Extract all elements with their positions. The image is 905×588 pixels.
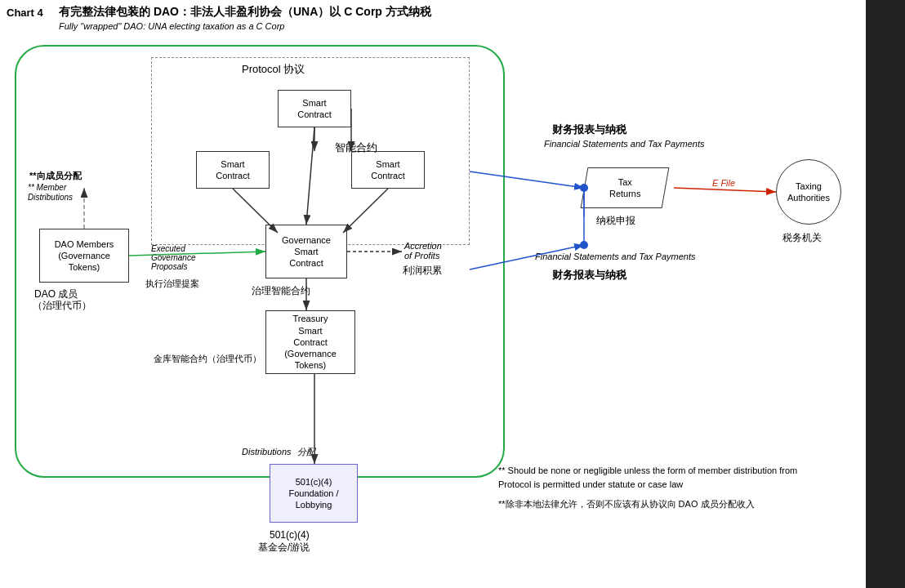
tax-returns-line1: Tax [609, 176, 641, 188]
fin-stmt-cn2: 财务报表与纳税 [552, 268, 626, 283]
sc-top-line2: Contract [297, 109, 332, 120]
gov-sc-line2: Smart [294, 246, 318, 257]
treasury-line3: Contract [293, 336, 328, 348]
exec-proposals-en1: Executed [151, 244, 185, 253]
foundation-cn1: 501(c)(4) [270, 529, 310, 541]
tax-returns-node: Tax Returns [581, 167, 670, 208]
note-en: ** Should be none or negligible unless t… [498, 464, 817, 491]
note-cn: **除非本地法律允许，否则不应该有从协议向 DAO 成员分配收入 [498, 497, 817, 511]
treasury-line5: Tokens) [295, 359, 327, 371]
sc-left-node: Smart Contract [196, 151, 270, 189]
exec-proposals-cn: 执行治理提案 [145, 278, 199, 290]
accretion-cn: 利润积累 [403, 264, 442, 278]
foundation-line3: Lobbying [296, 499, 332, 510]
sc-right-line1: Smart [376, 158, 399, 170]
sc-left-line1: Smart [221, 158, 244, 170]
svg-point-18 [580, 241, 588, 249]
foundation-cn2: 基金会/游说 [258, 541, 310, 555]
gov-sc-cn-label: 治理智能合约 [252, 284, 310, 298]
sc-right-line2: Contract [371, 170, 405, 181]
exec-proposals-en3: Proposals [151, 262, 187, 271]
tax-returns-cn: 纳税申报 [596, 214, 635, 228]
gov-sc-node: Governance Smart Contract [265, 225, 347, 278]
gov-sc-line3: Contract [289, 257, 323, 269]
fin-stmt-en2: Financial Statements and Tax Payments [535, 252, 695, 261]
protocol-label: Protocol 协议 [242, 62, 305, 77]
taxing-line2: Authorities [787, 192, 830, 203]
exec-proposals-en2: Governance [151, 253, 195, 262]
accretion-en2: of Profits [404, 251, 439, 261]
chart-label: Chart 4 [7, 7, 43, 19]
dao-line1: DAO Members [55, 238, 114, 250]
treasury-line4: (Governance [284, 348, 337, 359]
note-box: ** Should be none or negligible unless t… [498, 464, 817, 511]
foundation-line2: Foundation / [288, 488, 338, 499]
sc-top-line1: Smart [302, 97, 326, 109]
member-dist-en1: ** Member [28, 183, 66, 192]
fin-stmt-cn1: 财务报表与纳税 [552, 122, 626, 137]
treasury-line2: Smart [298, 325, 322, 336]
sc-left-line2: Contract [216, 170, 250, 181]
title-en: Fully "wrapped" DAO: UNA electing taxati… [59, 21, 284, 31]
sc-right-node: Smart Contract [351, 151, 425, 189]
member-dist-en2: Distributions [28, 193, 73, 202]
right-sidebar [866, 0, 905, 588]
fin-stmt-en1: Financial Statements and Tax Payments [544, 139, 704, 149]
e-file-label: E File [712, 178, 735, 188]
dao-line2: (Governance [58, 250, 110, 261]
svg-line-20 [674, 188, 776, 192]
accretion-en1: Accretion [404, 241, 442, 251]
sc-top-node: Smart Contract [278, 90, 351, 127]
gov-sc-line1: Governance [282, 234, 331, 246]
distributions-en: Distributions 分配 [242, 446, 315, 458]
foundation-node: 501(c)(4) Foundation / Lobbying [270, 464, 358, 523]
title-cn: 有完整法律包装的 DAO：非法人非盈利协会（UNA）以 C Corp 方式纳税 [59, 5, 431, 20]
taxing-line1: Taxing [796, 180, 822, 192]
treasury-line1: Treasury [293, 313, 328, 324]
dao-members-cn2: （治理代币） [33, 299, 91, 313]
dao-line3: Tokens) [69, 261, 100, 273]
smart-contract-cn-label: 智能合约 [335, 140, 377, 155]
treasury-sc-node: Treasury Smart Contract (Governance Toke… [265, 310, 355, 374]
main-container: Chart 4 有完整法律包装的 DAO：非法人非盈利协会（UNA）以 C Co… [0, 0, 905, 588]
treasury-cn-label: 金库智能合约（治理代币） [154, 353, 261, 365]
taxing-auth-node: Taxing Authorities [776, 159, 841, 225]
taxing-auth-cn: 税务机关 [782, 231, 822, 245]
tax-returns-line2: Returns [609, 188, 641, 199]
dao-members-node: DAO Members (Governance Tokens) [39, 229, 129, 283]
foundation-line1: 501(c)(4) [296, 476, 332, 488]
member-dist-cn: **向成员分配 [29, 170, 82, 182]
